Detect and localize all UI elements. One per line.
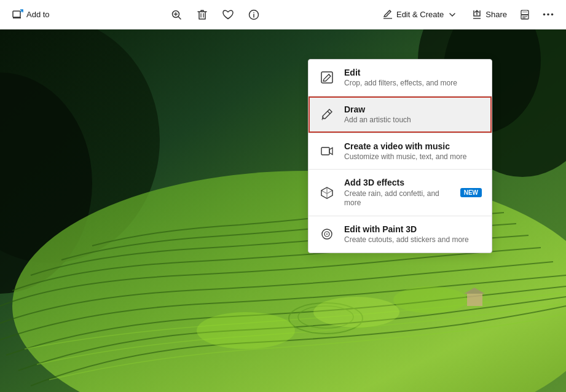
zoom-icon [171,9,182,20]
3d-desc: Create rain, add confetti, and more [344,189,452,208]
menu-item-draw[interactable]: Draw Add an artistic touch [309,96,492,133]
chevron-down-icon [447,9,458,20]
edit-text: Edit Crop, add filters, effects, and mor… [344,67,457,88]
svg-rect-16 [467,294,482,306]
share-icon [471,9,482,20]
svg-point-7 [543,14,546,16]
svg-point-19 [197,312,295,349]
toolbar: Add to [0,0,566,29]
share-button[interactable]: Share [466,6,512,24]
edit-create-button[interactable]: Edit & Create [376,6,464,24]
delete-icon [197,9,208,20]
menu-item-edit[interactable]: Edit Crop, add filters, effects, and mor… [309,60,492,96]
favorite-button[interactable] [218,6,238,24]
svg-rect-0 [13,11,20,17]
share-label: Share [485,10,507,19]
add-to-label: Add to [26,10,50,19]
draw-text: Draw Add an artistic touch [344,104,411,125]
add-to-icon [12,9,23,20]
video-icon [318,143,336,160]
video-text: Create a video with music Customize with… [344,141,466,162]
more-button[interactable] [538,6,559,24]
menu-item-3d[interactable]: Add 3D effects Create rain, add confetti… [309,170,492,215]
paint3d-text: Edit with Paint 3D Create cutouts, add s… [344,224,469,245]
paint3d-title: Edit with Paint 3D [344,224,469,235]
dropdown-menu: Edit Crop, add filters, effects, and mor… [308,59,492,253]
toolbar-center [166,6,264,24]
3d-text: Add 3D effects Create rain, add confetti… [344,177,452,208]
svg-point-8 [547,14,549,16]
svg-point-9 [551,14,554,16]
svg-rect-23 [321,147,329,155]
3d-title: Add 3D effects [344,177,452,188]
svg-point-21 [393,286,467,313]
info-icon [248,9,259,20]
paint3d-icon [318,225,336,243]
draw-desc: Add an artistic touch [344,116,411,125]
edit-desc: Crop, add filters, effects, and more [344,79,457,88]
print-button[interactable] [514,6,535,24]
edit-create-icon [382,9,393,20]
svg-point-20 [313,297,399,327]
info-button[interactable] [243,6,264,24]
svg-rect-6 [522,10,527,13]
toolbar-right: Edit & Create Share [376,6,559,24]
menu-item-paint3d[interactable]: Edit with Paint 3D Create cutouts, add s… [309,216,492,253]
video-desc: Customize with music, text, and more [344,152,466,162]
heart-icon [222,9,234,20]
video-title: Create a video with music [344,141,466,152]
delete-button[interactable] [192,6,213,24]
more-icon [543,9,554,20]
svg-point-3 [253,12,254,13]
draw-title: Draw [344,104,411,115]
image-area: Edit Crop, add filters, effects, and mor… [0,29,566,392]
3d-effects-icon [318,184,336,202]
paint3d-desc: Create cutouts, add stickers and more [344,235,469,245]
new-badge: NEW [460,188,482,197]
menu-item-video[interactable]: Create a video with music Customize with… [309,133,492,170]
zoom-button[interactable] [166,6,187,24]
edit-title: Edit [344,67,457,78]
edit-icon [318,69,336,86]
print-icon [519,9,530,20]
toolbar-left: Add to [7,6,55,24]
svg-point-26 [326,233,328,235]
edit-create-label: Edit & Create [396,10,444,19]
add-to-button[interactable]: Add to [7,6,55,24]
draw-pen-icon [318,106,336,123]
